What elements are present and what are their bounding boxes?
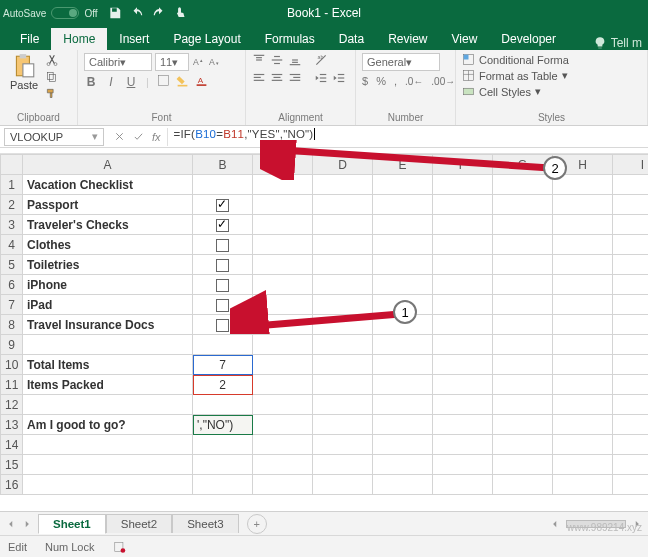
row-16[interactable]: 16	[1, 475, 649, 495]
decrease-decimal-icon[interactable]: .00→	[431, 76, 455, 87]
sheet-tab-2[interactable]: Sheet2	[106, 514, 172, 533]
row-7[interactable]: 7iPad	[1, 295, 649, 315]
sheet-tab-1[interactable]: Sheet1	[38, 514, 106, 534]
cut-icon[interactable]	[45, 53, 59, 67]
percent-icon[interactable]: %	[376, 75, 386, 87]
macro-record-icon[interactable]	[113, 540, 127, 554]
align-top-icon[interactable]	[252, 53, 266, 67]
row-6[interactable]: 6iPhone	[1, 275, 649, 295]
align-bottom-icon[interactable]	[288, 53, 302, 67]
enter-icon[interactable]	[133, 131, 144, 142]
sheet-tab-3[interactable]: Sheet3	[172, 514, 238, 533]
underline-button[interactable]: U	[124, 75, 138, 89]
italic-button[interactable]: I	[104, 75, 118, 89]
orientation-icon[interactable]: ab	[314, 53, 328, 67]
formula-input[interactable]: =IF(B10=B11,"YES","NO")	[167, 128, 648, 146]
tell-me[interactable]: Tell m	[593, 36, 648, 50]
align-left-icon[interactable]	[252, 71, 266, 85]
tab-page-layout[interactable]: Page Layout	[161, 28, 252, 50]
bold-button[interactable]: B	[84, 75, 98, 89]
svg-rect-41	[464, 55, 469, 60]
shrink-font-icon[interactable]: A▾	[208, 55, 221, 70]
row-14[interactable]: 14	[1, 435, 649, 455]
row-2[interactable]: 2Passport	[1, 195, 649, 215]
scroll-left-icon[interactable]	[550, 519, 560, 529]
tab-developer[interactable]: Developer	[489, 28, 568, 50]
borders-icon[interactable]	[157, 74, 170, 89]
save-icon[interactable]	[108, 6, 122, 20]
svg-rect-23	[290, 64, 301, 65]
align-center-icon[interactable]	[270, 71, 284, 85]
tab-formulas[interactable]: Formulas	[253, 28, 327, 50]
spreadsheet-grid[interactable]: AB CDE FGH IJ 1Vacation Checklist 2Passp…	[0, 154, 648, 495]
checkbox-toiletries[interactable]	[216, 259, 229, 272]
checkbox-insurance[interactable]	[216, 319, 229, 332]
cell-A3: Traveler's Checks	[23, 215, 193, 235]
font-name-select[interactable]: Calibri ▾	[84, 53, 152, 71]
autosave-toggle[interactable]: AutoSave Off	[3, 7, 98, 19]
sheet-nav-prev-icon[interactable]	[6, 519, 16, 529]
font-size-select[interactable]: 11 ▾	[155, 53, 189, 71]
name-box[interactable]: VLOOKUP▾	[4, 128, 104, 146]
autosave-off: Off	[84, 8, 97, 19]
formula-bar: VLOOKUP▾ fx =IF(B10=B11,"YES","NO")	[0, 126, 648, 148]
copy-icon[interactable]	[45, 70, 59, 84]
svg-rect-15	[254, 55, 265, 56]
group-number: General ▾ $ % , .0← .00→ Number	[356, 50, 456, 125]
tab-review[interactable]: Review	[376, 28, 439, 50]
row-10[interactable]: 10Total Items7	[1, 355, 649, 375]
format-as-table-button[interactable]: Format as Table ▾	[462, 69, 641, 82]
cell-styles-button[interactable]: Cell Styles ▾	[462, 85, 641, 98]
new-sheet-button[interactable]: +	[247, 514, 267, 534]
group-font: Calibri ▾ 11 ▾ A▴ A▾ B I U | A Font	[78, 50, 246, 125]
align-middle-icon[interactable]	[270, 53, 284, 67]
fill-color-icon[interactable]	[176, 74, 189, 89]
tab-file[interactable]: File	[8, 28, 51, 50]
sheet-nav-next-icon[interactable]	[22, 519, 32, 529]
increase-indent-icon[interactable]	[332, 71, 346, 85]
undo-icon[interactable]	[130, 6, 144, 20]
redo-icon[interactable]	[152, 6, 166, 20]
row-3[interactable]: 3Traveler's Checks	[1, 215, 649, 235]
row-5[interactable]: 5Toiletries	[1, 255, 649, 275]
row-15[interactable]: 15	[1, 455, 649, 475]
table-icon	[462, 69, 475, 82]
svg-rect-30	[272, 80, 283, 81]
paste-button[interactable]: Paste	[6, 53, 42, 91]
comma-icon[interactable]: ,	[394, 75, 397, 87]
decrease-indent-icon[interactable]	[314, 71, 328, 85]
checkbox-passport[interactable]	[216, 199, 229, 212]
tab-data[interactable]: Data	[327, 28, 376, 50]
tab-insert[interactable]: Insert	[107, 28, 161, 50]
row-9[interactable]: 9	[1, 335, 649, 355]
svg-rect-38	[338, 77, 344, 78]
format-painter-icon[interactable]	[45, 87, 59, 101]
cancel-icon[interactable]	[114, 131, 125, 142]
tab-view[interactable]: View	[440, 28, 490, 50]
cell-B13: ',"NO")	[193, 415, 253, 435]
row-12[interactable]: 12	[1, 395, 649, 415]
row-1[interactable]: 1Vacation Checklist	[1, 175, 649, 195]
row-13[interactable]: 13Am I good to go?',"NO")	[1, 415, 649, 435]
svg-text:A: A	[198, 76, 204, 85]
checkbox-iphone[interactable]	[216, 279, 229, 292]
svg-rect-29	[274, 77, 281, 78]
conditional-formatting-button[interactable]: Conditional Forma	[462, 53, 641, 66]
font-color-icon[interactable]: A	[195, 74, 208, 89]
align-right-icon[interactable]	[288, 71, 302, 85]
tab-home[interactable]: Home	[51, 28, 107, 50]
fx-icon[interactable]: fx	[152, 131, 161, 143]
checkbox-travelers-checks[interactable]	[216, 219, 229, 232]
cell-A6: iPhone	[23, 275, 193, 295]
number-format-select[interactable]: General ▾	[362, 53, 440, 71]
checkbox-clothes[interactable]	[216, 239, 229, 252]
toggle-switch[interactable]	[51, 7, 79, 19]
checkbox-ipad[interactable]	[216, 299, 229, 312]
row-8[interactable]: 8Travel Insurance Docs	[1, 315, 649, 335]
increase-decimal-icon[interactable]: .0←	[405, 76, 423, 87]
touch-icon[interactable]	[174, 6, 188, 20]
row-4[interactable]: 4Clothes	[1, 235, 649, 255]
currency-icon[interactable]: $	[362, 75, 368, 87]
row-11[interactable]: 11Items Packed2	[1, 375, 649, 395]
grow-font-icon[interactable]: A▴	[192, 55, 205, 70]
